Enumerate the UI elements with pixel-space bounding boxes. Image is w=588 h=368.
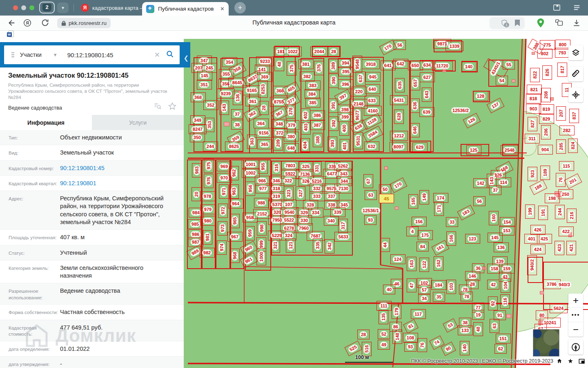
parcel-label[interactable]: 136 [235, 93, 241, 103]
search-input[interactable] [67, 52, 149, 58]
parcel-label[interactable]: 9677 [354, 109, 361, 121]
parcel-label[interactable]: 282 [562, 128, 572, 134]
parcel-label[interactable]: 67 [365, 177, 372, 185]
parcel-label[interactable]: 63 [367, 192, 374, 198]
parcel-label[interactable]: 3918 [365, 61, 377, 67]
parcel-label[interactable]: 9165 [246, 88, 258, 94]
parcel-label[interactable]: 9531 [355, 135, 361, 147]
parcel-label[interactable]: 50 [381, 186, 389, 193]
parcel-label[interactable]: 389 [330, 61, 336, 71]
parcel-label[interactable]: 114 [499, 180, 508, 186]
parcel-label[interactable]: 47 [409, 282, 415, 289]
parcel-label[interactable]: 826 [544, 67, 550, 77]
parcel-label[interactable]: 400 [341, 123, 347, 133]
parcel-label[interactable]: 20 [194, 191, 200, 198]
parcel-label[interactable]: 133 [460, 328, 470, 334]
tab-information[interactable]: Информация [0, 115, 92, 130]
parcel-label[interactable]: 339 [333, 209, 343, 215]
layers-button[interactable] [568, 45, 583, 60]
info-row-value[interactable]: 90:12:190801:45 [60, 164, 170, 172]
parcel-label[interactable]: 985 [190, 221, 200, 227]
parcel-label[interactable]: 34 [421, 296, 428, 302]
parcel-label[interactable]: 340 [326, 218, 336, 224]
parcel-label[interactable]: 968 [232, 251, 238, 260]
parcel-label[interactable]: 361 [248, 99, 258, 105]
tab-yandex-search[interactable]: Я кадастровая карта — Ян [78, 0, 142, 16]
home-icon[interactable] [557, 358, 562, 366]
parcel-label[interactable]: 972 [220, 206, 226, 215]
parcel-label[interactable]: 63 [492, 322, 498, 330]
bookmark-icon[interactable] [514, 19, 521, 28]
parcel-label[interactable]: 975 [206, 161, 212, 171]
parcel-label[interactable]: 424 [533, 247, 543, 253]
parcel-label[interactable]: 837 [571, 111, 577, 121]
parcel-label[interactable]: 632 [367, 144, 376, 150]
parcel-label[interactable]: 391 [330, 101, 336, 110]
parcel-label[interactable]: 128 [476, 93, 486, 99]
parcel-label[interactable]: 317 [340, 221, 346, 231]
parcel-label[interactable]: 375 [289, 63, 295, 73]
parcel-label[interactable]: 325 [301, 164, 311, 170]
parcel-label[interactable]: 28 [360, 332, 367, 338]
parcel-label[interactable]: 107 [284, 202, 294, 208]
parcel-label[interactable]: 5633 [337, 234, 350, 240]
parcel-label[interactable]: 179 [394, 307, 400, 316]
protect-shield-icon[interactable]: 1 [500, 19, 508, 29]
parcel-label[interactable]: 207 [558, 108, 564, 118]
selected-parcel-label[interactable]: 45 [382, 195, 391, 202]
parcel-label[interactable]: 636 [412, 101, 418, 110]
parcel-label[interactable]: 363 [249, 137, 255, 146]
parcel-label[interactable]: 220 [354, 89, 364, 95]
parcel-label[interactable]: 351 [199, 82, 209, 88]
parcel-label[interactable]: 37 [492, 187, 499, 193]
parcel-label[interactable]: 945 [368, 74, 378, 80]
parcel-label[interactable]: 627 [422, 74, 432, 81]
parcel-label[interactable]: 640 [368, 86, 377, 92]
parcel-label[interactable]: 84 [419, 244, 426, 250]
parcel-label[interactable]: 244 [205, 144, 215, 150]
parcel-label[interactable]: 1339 [448, 43, 461, 49]
parcel-label[interactable]: 8625 [228, 144, 240, 150]
parcel-label[interactable]: 395 [341, 69, 351, 75]
parcel-label[interactable]: 123 [468, 236, 477, 242]
parcel-label[interactable]: 9548 [354, 58, 361, 70]
parcel-label[interactable]: 332 [312, 186, 322, 192]
parcel-label[interactable]: 378 [288, 106, 294, 116]
parcel-label[interactable]: 342 [327, 241, 333, 251]
cadastral-map[interactable]: 1705698711339181102220442877580080279338… [184, 39, 588, 368]
parcel-label[interactable]: 824 [570, 141, 576, 150]
search-icon[interactable] [166, 50, 174, 60]
parcel-label[interactable]: 184 [434, 282, 443, 288]
parcel-label[interactable]: 346 [272, 178, 281, 184]
parcel-label[interactable]: 981 [205, 232, 211, 242]
parcel-label[interactable]: 964 [231, 201, 241, 207]
parcel-label[interactable]: 153 [502, 228, 512, 234]
parcel-label[interactable]: 657 [412, 78, 419, 88]
compass-button[interactable] [568, 340, 583, 355]
parcel-label[interactable]: 650 [410, 63, 420, 69]
parcel-label[interactable]: 1212 [393, 133, 405, 139]
parcel-label[interactable]: 142 [476, 180, 486, 186]
parcel-label[interactable]: 171 [436, 204, 442, 213]
parcel-label[interactable]: 121 [288, 240, 294, 250]
new-tab-button[interactable]: + [234, 2, 246, 13]
parcel-label[interactable]: 163 [409, 259, 415, 269]
parcel-label[interactable]: 629 [415, 144, 425, 150]
parcel-label[interactable]: 92 [490, 300, 496, 307]
parcel-label[interactable]: 385 [308, 100, 318, 106]
parcel-label[interactable]: 76 [419, 341, 425, 349]
parcel-label[interactable]: 2548 [503, 147, 516, 153]
search-menu-icon[interactable] [11, 52, 14, 57]
parcel-label[interactable]: 382 [302, 74, 312, 80]
parcel-label[interactable]: 191 [540, 208, 546, 218]
parcel-label[interactable]: 940/3 [557, 282, 571, 288]
parcel-label[interactable]: 976 [206, 176, 212, 186]
parcel-label[interactable]: 819 [541, 106, 551, 112]
zoom-out-button[interactable]: − [568, 322, 583, 337]
parcel-label[interactable]: 327 [298, 188, 304, 198]
zoom-in-button[interactable]: + [568, 294, 583, 308]
parcel-label[interactable]: 940/2 [529, 258, 535, 272]
parcel-label[interactable]: 963 [231, 186, 237, 196]
parcel-label[interactable]: 8247 [192, 126, 204, 132]
parcel-label[interactable]: 145 [200, 73, 209, 79]
